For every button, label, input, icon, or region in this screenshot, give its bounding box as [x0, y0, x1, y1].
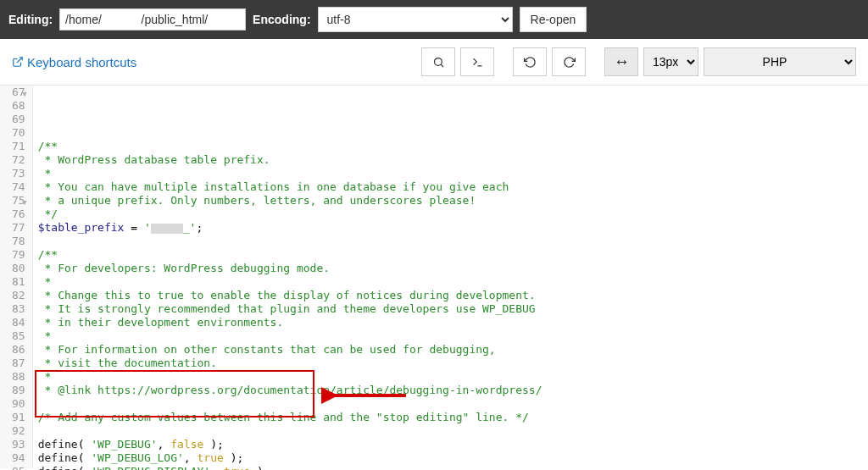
line-number: 79	[12, 248, 25, 262]
wrap-button[interactable]	[604, 47, 638, 76]
fontsize-select[interactable]: 13px	[643, 47, 698, 76]
line-number: 69	[12, 113, 25, 126]
line-number: 87	[12, 357, 25, 370]
line-number: 73	[12, 167, 25, 180]
code-editor[interactable]: 67▼6869707172737475▼76777879808182838485…	[0, 86, 868, 468]
redo-icon	[563, 56, 576, 69]
code-line[interactable]: $table_prefix = '_';	[38, 221, 868, 235]
line-number: 94	[12, 451, 25, 465]
code-line[interactable]: * @link https://wordpress.org/documentat…	[38, 384, 868, 397]
code-line[interactable]: */	[38, 207, 868, 221]
line-number: 88	[12, 370, 25, 384]
line-gutter: 67▼6869707172737475▼76777879808182838485…	[0, 86, 33, 468]
code-line[interactable]: *	[38, 275, 868, 289]
line-number: 90	[12, 397, 25, 411]
search-button[interactable]	[421, 47, 455, 76]
line-number: 71	[12, 140, 25, 153]
line-number: 92	[12, 424, 25, 438]
external-link-icon	[12, 56, 24, 68]
code-line[interactable]: define( 'WP_DEBUG_DISPLAY', true );	[38, 465, 868, 470]
line-number: 75▼	[12, 194, 25, 207]
code-line[interactable]: /* Add any custom values between this li…	[38, 411, 868, 424]
encoding-label: Encoding:	[253, 13, 310, 26]
line-number: 80	[12, 262, 25, 275]
code-line[interactable]: * It is strongly recommended that plugin…	[38, 302, 868, 316]
terminal-button[interactable]	[460, 47, 494, 76]
line-number: 85	[12, 329, 25, 343]
code-line[interactable]	[38, 235, 868, 248]
code-area[interactable]: /** * WordPress database table prefix. *…	[33, 86, 868, 468]
line-number: 91	[12, 411, 25, 424]
code-line[interactable]: *	[38, 329, 868, 343]
code-line[interactable]	[38, 424, 868, 438]
line-number: 70	[12, 126, 25, 140]
line-number: 84	[12, 316, 25, 329]
encoding-select[interactable]: utf-8	[318, 7, 513, 32]
code-line[interactable]: * WordPress database table prefix.	[38, 153, 868, 167]
line-number: 86	[12, 343, 25, 357]
code-line[interactable]: define( 'WP_DEBUG_LOG', true );	[38, 451, 868, 465]
editing-label: Editing:	[8, 13, 53, 26]
line-number: 67▼	[12, 86, 25, 99]
code-line[interactable]: /**	[38, 248, 868, 262]
undo-icon	[524, 56, 537, 69]
redo-button[interactable]	[552, 47, 586, 76]
line-number: 74	[12, 180, 25, 194]
line-number: 68	[12, 99, 25, 113]
toolbar: Keyboard shortcuts 13px PHP	[0, 39, 868, 86]
reopen-button[interactable]: Re-open	[520, 7, 587, 32]
undo-button[interactable]	[513, 47, 547, 76]
keyboard-shortcuts-link[interactable]: Keyboard shortcuts	[12, 55, 136, 69]
line-number: 76	[12, 207, 25, 221]
svg-line-2	[441, 64, 443, 67]
line-number: 89	[12, 384, 25, 397]
code-line[interactable]: * in their development environments.	[38, 316, 868, 329]
code-line[interactable]: * For information on other constants tha…	[38, 343, 868, 357]
svg-line-0	[17, 58, 22, 63]
code-line[interactable]: define( 'WP_DEBUG', false );	[38, 438, 868, 451]
code-line[interactable]: * Change this to true to enable the disp…	[38, 289, 868, 302]
terminal-icon	[470, 56, 485, 69]
redacted-text	[151, 224, 183, 234]
svg-point-1	[434, 58, 442, 65]
code-line[interactable]: * For developers: WordPress debugging mo…	[38, 262, 868, 275]
line-number: 82	[12, 289, 25, 302]
line-number: 93	[12, 438, 25, 451]
code-line[interactable]: /**	[38, 140, 868, 153]
code-line[interactable]: * a unique prefix. Only numbers, letters…	[38, 194, 868, 207]
code-line[interactable]	[38, 397, 868, 411]
line-number: 78	[12, 235, 25, 248]
code-line[interactable]: * You can have multiple installations in…	[38, 180, 868, 194]
language-select[interactable]: PHP	[704, 47, 856, 76]
line-number: 72	[12, 153, 25, 167]
top-bar: Editing: Encoding: utf-8 Re-open	[0, 0, 868, 39]
wrap-icon	[615, 57, 629, 68]
line-number: 81	[12, 275, 25, 289]
search-icon	[432, 56, 445, 69]
file-path-input[interactable]	[59, 8, 246, 30]
keyboard-shortcuts-label: Keyboard shortcuts	[27, 55, 136, 69]
line-number: 95	[12, 465, 25, 470]
code-line[interactable]: * visit the documentation.	[38, 357, 868, 370]
line-number: 83	[12, 302, 25, 316]
code-line[interactable]: *	[38, 370, 868, 384]
line-number: 77	[12, 221, 25, 235]
code-line[interactable]: *	[38, 167, 868, 180]
